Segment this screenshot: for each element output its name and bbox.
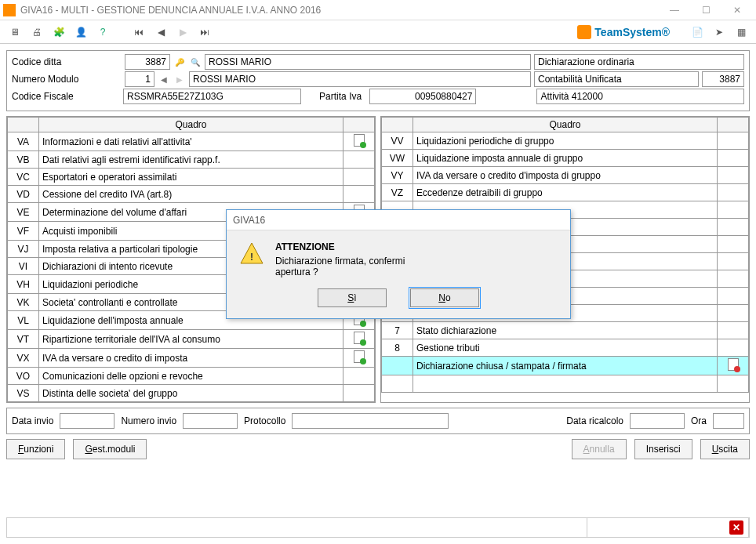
status-error-icon[interactable]: ✕ [729,520,743,535]
svg-text:!: ! [250,252,253,263]
partita-iva-label: Partita Iva [304,91,366,102]
table-row[interactable]: VZEccedenze detraibili di gruppo [382,184,749,201]
row-code: VV [382,132,413,150]
minimize-button[interactable]: — [659,1,690,20]
row-icon-cell [343,151,375,169]
data-ricalcolo-field[interactable] [630,413,685,429]
dialog-line2: apertura ? [275,267,405,277]
row-code: VB [8,151,39,169]
ora-field[interactable] [713,413,744,429]
codice-fiscale-label: Codice Fiscale [12,91,120,102]
uscita-button[interactable]: Uscita [700,439,750,459]
row-code: VO [8,368,39,385]
nav-last-icon[interactable]: ⏭ [196,24,213,41]
ragione2-field: ROSSI MARIO [189,71,531,87]
app-icon [3,4,16,16]
codice-fiscale-field[interactable]: RSSMRA55E27Z103G [123,89,301,104]
title-bar: GIVA16 - MULTI - GESTIONE DENUNCIA ANNUA… [0,0,756,20]
row-code: VZ [382,184,413,201]
bottom-fields: Data invio Numero invio Protocollo Data … [6,408,750,434]
table-row[interactable]: VYIVA da versare o credito d'imposta di … [382,167,749,184]
inserisci-button[interactable]: Inserisci [634,439,692,459]
row-code: VL [8,311,39,330]
table-row[interactable]: VOComunicazioni delle opzioni e revoche [8,368,375,385]
row-icon-cell [343,186,375,203]
table-row[interactable]: 8Gestione tributi [382,339,749,357]
maximize-button[interactable]: ☐ [690,1,721,20]
row-desc: Esportatori e operatori assimilati [39,169,343,186]
row-icon-cell [718,167,749,184]
search-icon[interactable]: 🔍 [189,56,202,68]
row-code: VJ [8,241,39,258]
row-code: VS [8,385,39,402]
row-icon-cell [718,201,749,219]
numero-invio-label: Numero invio [121,415,176,426]
table-row[interactable]: VXIVA da versare o credito di imposta [8,349,375,368]
doc-status-icon [354,350,365,363]
numero-modulo-label: Numero Modulo [12,74,122,85]
header-panel: Codice ditta 3887 🔑 🔍 ROSSI MARIO Dichia… [6,50,750,111]
attention-dialog: GIVA16 ! ATTENZIONE Dichiarazione firmat… [226,209,571,319]
nav-next-icon[interactable]: ▶ [174,24,191,41]
close-button[interactable]: ✕ [721,1,753,20]
row-icon-cell [343,349,375,368]
row-icon-cell [718,375,749,393]
data-invio-field[interactable] [60,413,114,429]
data-invio-label: Data invio [12,415,53,426]
row-code: VI [8,258,39,275]
row-desc: Liquidazione imposta annuale di gruppo [413,150,718,167]
dialog-heading: ATTENZIONE [275,241,405,252]
monitor-icon[interactable]: 🖥 [6,24,24,41]
doc-status-icon [354,134,365,147]
row-desc: Ripartizione territoriale dell'IVA al co… [39,330,343,349]
protocollo-field[interactable] [292,413,449,429]
numero-modulo-field[interactable]: 1 [125,71,154,87]
nav-first-icon[interactable]: ⏮ [130,24,147,41]
warning-icon: ! [239,241,264,267]
row-icon-cell [718,132,749,150]
modulo-next-icon[interactable]: ▶ [173,73,186,85]
table-row[interactable]: VVLiquidazioni periodiche di gruppo [382,132,749,150]
table-row[interactable]: VDCessione del credito IVA (art.8) [8,186,375,203]
nav-prev-icon[interactable]: ◀ [152,24,169,41]
row-desc: IVA da versare o credito di imposta [39,349,343,368]
row-icon-cell [343,385,375,402]
key-icon[interactable]: 🔑 [173,56,186,68]
table-row[interactable]: VAInformazioni e dati relativi all'attiv… [8,132,375,151]
user-icon[interactable]: 👤 [72,24,89,41]
table-row[interactable]: VSDistinta delle societa' del gruppo [8,385,375,402]
table-row[interactable]: 7Stato dichiarazione [382,322,749,339]
dich-tipo-field: Dichiarazione ordinaria [534,54,744,70]
doc-status-icon [354,332,365,344]
modulo-prev-icon[interactable]: ◀ [158,73,170,85]
data-ricalcolo-label: Data ricalcolo [566,415,623,426]
status-bar: ✕ [6,517,750,538]
contab-field: Contabilità Unificata [534,71,699,87]
partita-iva-field[interactable]: 00950880427 [369,89,476,104]
codice-ditta-field[interactable]: 3887 [125,54,170,70]
table-row[interactable]: VCEsportatori e operatori assimilati [8,169,375,186]
table-row[interactable] [382,375,749,393]
numero-invio-field[interactable] [183,413,238,429]
annulla-button[interactable]: Annulla [572,439,627,459]
table-row[interactable]: VWLiquidazione imposta annuale di gruppo [382,150,749,167]
export-icon[interactable]: ➤ [711,24,728,41]
row-desc: IVA da versare o credito d'imposta di gr… [413,167,718,184]
row-code: 7 [382,322,413,339]
puzzle-icon[interactable]: 🧩 [50,24,67,41]
table-row[interactable]: VTRipartizione territoriale dell'IVA al … [8,330,375,349]
row-icon-cell [718,322,749,339]
table-row[interactable]: VBDati relativi agli estremi identificat… [8,151,375,169]
funzioni-button[interactable]: FFunzioniunzioni [6,439,65,459]
help-icon[interactable]: ? [94,24,111,41]
right-header: Quadro [413,118,718,132]
table-row[interactable]: Dichiarazione chiusa / stampata / firmat… [382,357,749,375]
doc-icon[interactable]: 📄 [689,24,706,41]
dialog-yes-button[interactable]: Sì [318,288,387,307]
misc-icon[interactable]: ▦ [732,24,750,41]
row-code: VW [382,150,413,167]
row-desc: Dati relativi agli estremi identificativ… [39,151,343,169]
gest-moduli-button[interactable]: Gest.moduli [73,439,147,459]
dialog-no-button[interactable]: No [410,288,479,307]
print-icon[interactable]: 🖨 [28,24,45,41]
